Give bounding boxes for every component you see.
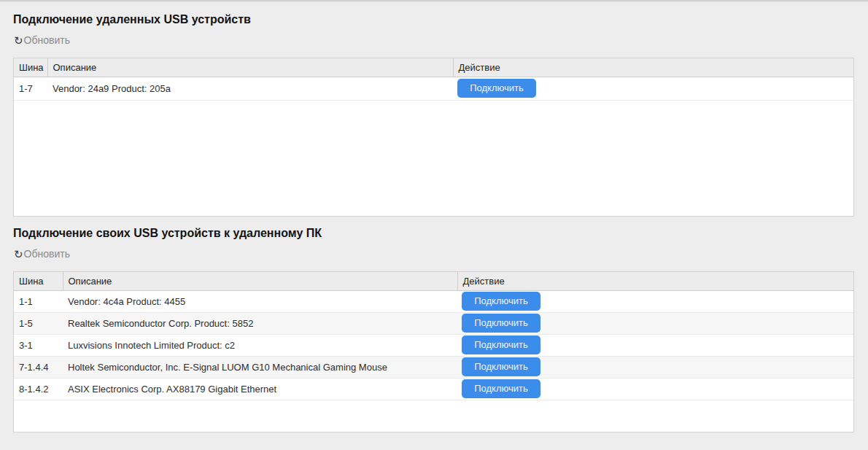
section-title: Подключение удаленных USB устройств (13, 12, 854, 26)
remote-usb-table: Шина Описание Действие 1-7Vendor: 24a9 P… (13, 58, 854, 217)
table-body: 1-1Vendor: 4c4a Product: 4455Подключить1… (14, 290, 853, 400)
refresh-button[interactable]: ↻ Обновить (14, 247, 70, 260)
usb-redirection-page: Подключение удаленных USB устройств ↻ Об… (0, 1, 868, 432)
action-cell: Подключить (457, 290, 853, 312)
table-row: 1-5Realtek Semiconductor Corp. Product: … (14, 312, 853, 334)
column-header-action: Действие (453, 58, 853, 77)
table-row: 7-1.4.4Holtek Semiconductor, Inc. E-Sign… (14, 356, 853, 378)
column-header-description: Описание (47, 58, 453, 77)
description-cell: Vendor: 4c4a Product: 4455 (63, 290, 457, 312)
refresh-button[interactable]: ↻ Обновить (14, 34, 70, 47)
action-cell: Подключить (453, 77, 853, 100)
connect-button[interactable]: Подключить (462, 357, 540, 376)
table-row: 3-1Luxvisions Innotech Limited Product: … (14, 334, 853, 356)
bus-cell: 7-1.4.4 (14, 356, 63, 378)
description-cell: ASIX Electronics Corp. AX88179 Gigabit E… (63, 378, 457, 400)
table-header-row: Шина Описание Действие (14, 272, 853, 290)
action-cell: Подключить (457, 312, 853, 334)
refresh-label: Обновить (24, 34, 70, 47)
table-header-row: Шина Описание Действие (14, 58, 853, 77)
column-header-action: Действие (457, 272, 853, 290)
refresh-icon: ↻ (14, 35, 23, 46)
action-cell: Подключить (457, 334, 853, 356)
connect-button[interactable]: Подключить (462, 292, 540, 311)
table-row: 8-1.4.2ASIX Electronics Corp. AX88179 Gi… (14, 378, 853, 400)
action-cell: Подключить (457, 378, 853, 400)
description-cell: Luxvisions Innotech Limited Product: c2 (63, 334, 457, 356)
refresh-icon: ↻ (14, 249, 23, 260)
column-header-bus: Шина (14, 58, 47, 77)
description-cell: Realtek Semiconductor Corp. Product: 585… (63, 312, 457, 334)
bus-cell: 8-1.4.2 (14, 378, 63, 400)
table-row: 1-1Vendor: 4c4a Product: 4455Подключить (14, 290, 853, 312)
bus-cell: 1-7 (14, 77, 47, 100)
bus-cell: 1-1 (14, 290, 63, 312)
connect-button[interactable]: Подключить (462, 335, 540, 354)
connect-button[interactable]: Подключить (462, 314, 540, 333)
connect-button[interactable]: Подключить (457, 79, 536, 98)
local-usb-table: Шина Описание Действие 1-1Vendor: 4c4a P… (13, 271, 854, 432)
bus-cell: 3-1 (14, 334, 63, 356)
column-header-description: Описание (63, 272, 457, 290)
description-cell: Holtek Semiconductor, Inc. E-Signal LUOM… (63, 356, 457, 378)
action-cell: Подключить (457, 356, 853, 378)
table-body: 1-7Vendor: 24a9 Product: 205aПодключить (14, 77, 853, 100)
column-header-bus: Шина (14, 272, 63, 290)
section-title: Подключение своих USB устройств к удален… (13, 226, 854, 240)
table-row: 1-7Vendor: 24a9 Product: 205aПодключить (14, 77, 853, 100)
local-usb-devices-section: Подключение своих USB устройств к удален… (13, 226, 854, 432)
description-cell: Vendor: 24a9 Product: 205a (47, 77, 453, 100)
remote-usb-devices-section: Подключение удаленных USB устройств ↻ Об… (13, 12, 854, 217)
connect-button[interactable]: Подключить (462, 379, 540, 398)
bus-cell: 1-5 (14, 312, 63, 334)
refresh-label: Обновить (24, 247, 70, 260)
